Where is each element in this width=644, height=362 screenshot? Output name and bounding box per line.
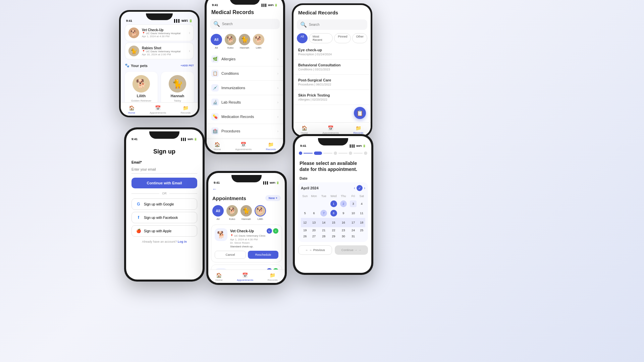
- cat-procedures[interactable]: 🏥 Procedures ›: [207, 124, 283, 138]
- add-pet-link[interactable]: +ADD PET: [180, 64, 194, 67]
- appt-pet-hannah[interactable]: 🐈 Hannah: [240, 205, 252, 221]
- pet-hannah[interactable]: 🐈 Hannah: [239, 34, 250, 49]
- step-4: [349, 152, 352, 155]
- rec-nav-home[interactable]: 🏠 Home: [301, 125, 308, 134]
- cal-prev-btn[interactable]: ‹: [354, 186, 355, 190]
- tab-other[interactable]: Other: [352, 33, 367, 43]
- cal-day-7[interactable]: 7: [319, 208, 329, 218]
- cal-day-6[interactable]: 6: [309, 208, 319, 218]
- cal-day-18[interactable]: 18: [358, 218, 365, 227]
- cal-day-15[interactable]: 15: [329, 218, 338, 227]
- pet-card-lilith[interactable]: 🐕 Lilith Golden Retriever: [125, 72, 158, 106]
- pet-card-hannah[interactable]: 🐈 Hannah Tabby: [161, 72, 194, 106]
- cal-day-8[interactable]: 8: [329, 208, 338, 218]
- cal-day-11[interactable]: 11: [358, 208, 365, 218]
- cat-lab[interactable]: 🔬 Lab Results ›: [207, 95, 283, 110]
- cal-day-5[interactable]: 5: [301, 208, 309, 218]
- record-behavioral[interactable]: Behavioral Consultation Conditions | 03/…: [293, 60, 371, 75]
- pet-lilith[interactable]: 🐕 Lilith: [253, 34, 264, 49]
- record-surgical[interactable]: Post-Surgical Care Procedures | 06/21/20…: [293, 75, 371, 90]
- cal-day-2[interactable]: 2: [338, 199, 348, 208]
- appt-nav-records[interactable]: 📁 Records: [268, 273, 278, 282]
- cal-day-24[interactable]: 24: [348, 227, 358, 233]
- immunizations-chevron: ›: [277, 86, 278, 90]
- login-link[interactable]: Log in: [178, 240, 187, 243]
- new-btn[interactable]: New +: [265, 195, 281, 201]
- cat-medication[interactable]: 💊 Medication Records ›: [207, 110, 283, 124]
- med-nav-appts[interactable]: 📅 Appointments: [235, 142, 252, 151]
- medical-search[interactable]: 🔍: [210, 19, 280, 29]
- pet-koko[interactable]: 🐕 Koko: [225, 34, 236, 49]
- cancel-btn-1[interactable]: Cancel: [215, 251, 246, 259]
- med-nav-records[interactable]: 📁 Records: [266, 142, 276, 151]
- continue-btn[interactable]: Continue → →: [335, 245, 368, 255]
- google-btn[interactable]: G Sign up with Google: [131, 198, 197, 210]
- appt-nav-appts[interactable]: 📅 Appointments: [237, 273, 253, 282]
- nav-appts[interactable]: 📅 Appointments: [150, 105, 166, 114]
- cal-check-icon: ✓: [358, 186, 361, 190]
- rec-nav-records[interactable]: 📁 Records: [354, 125, 364, 134]
- appt-pet-koko[interactable]: 🐕 Koko: [226, 205, 238, 221]
- pets-title: 🐾 Your pets: [125, 63, 148, 68]
- records-search-input[interactable]: [309, 23, 364, 26]
- cal-day-29[interactable]: 29: [329, 233, 338, 239]
- fab-button[interactable]: 📋: [354, 107, 366, 119]
- cal-day-21[interactable]: 21: [319, 227, 329, 233]
- reschedule-btn-1[interactable]: Reschedule: [248, 251, 278, 259]
- prev-btn[interactable]: ← ← Previous: [298, 245, 332, 255]
- pet-all[interactable]: All All: [211, 34, 222, 49]
- cal-day-13[interactable]: 13: [309, 218, 319, 227]
- appts-time: 9:41: [214, 181, 220, 184]
- cal-day-17[interactable]: 17: [348, 218, 358, 227]
- cal-day-27[interactable]: 27: [309, 233, 319, 239]
- cal-day-14[interactable]: 14: [319, 218, 329, 227]
- cal-day-12[interactable]: 12: [301, 218, 309, 227]
- appt-nav-home[interactable]: 🏠 Home: [215, 273, 222, 282]
- cal-day-25[interactable]: 25: [358, 227, 365, 233]
- nav-home[interactable]: 🏠 Home: [128, 105, 135, 114]
- apple-btn[interactable]: 🍎 Sign up with Apple: [131, 225, 197, 237]
- appt-pet-all[interactable]: All All: [212, 205, 224, 221]
- cal-day-31[interactable]: 31: [348, 233, 358, 239]
- cal-day-1[interactable]: 1: [329, 199, 338, 208]
- email-input[interactable]: [131, 166, 197, 174]
- cal-day-9[interactable]: 9: [338, 208, 348, 218]
- cat-conditions[interactable]: 📋 Conditions ›: [207, 66, 283, 81]
- cal-month: April 2024: [301, 186, 319, 190]
- cal-next-btn[interactable]: ›: [364, 186, 365, 190]
- cal-day-28[interactable]: 28: [319, 233, 329, 239]
- appt-card-1-note: Standard check-up.: [230, 245, 278, 248]
- record-eye[interactable]: Eye check-up Prescription | 01/24/2024: [293, 45, 371, 60]
- or-line-left: [131, 193, 159, 194]
- continue-email-btn[interactable]: Continue with Email: [131, 178, 197, 188]
- med-nav-home[interactable]: 🏠 Home: [214, 142, 221, 151]
- back-icon[interactable]: ←: [212, 186, 217, 192]
- cal-day-20[interactable]: 20: [309, 227, 319, 233]
- appt-row-2[interactable]: 🐈 Rabies Shot 📍UC Davis Veterinary Hospi…: [125, 43, 194, 59]
- cal-day-23[interactable]: 23: [338, 227, 348, 233]
- records-search[interactable]: 🔍: [297, 19, 367, 30]
- fab-icon: 📋: [357, 110, 363, 116]
- cat-allergies[interactable]: 🌿 Allergies ›: [207, 52, 283, 66]
- cal-day-4[interactable]: 4: [358, 199, 365, 208]
- cal-day-22[interactable]: 22: [329, 227, 338, 233]
- tab-pinned[interactable]: Pinned: [334, 33, 351, 43]
- cal-day-26[interactable]: 26: [301, 233, 309, 239]
- facebook-btn[interactable]: f Sign up with Facebook: [131, 212, 197, 223]
- nav-records[interactable]: 📁 Records: [181, 105, 191, 114]
- cal-day-16[interactable]: 16: [338, 218, 348, 227]
- rec-nav-appts[interactable]: 📅 Appointments: [322, 125, 339, 134]
- record-skin[interactable]: Skin Prick Testing Allergies | 02/20/202…: [293, 90, 371, 105]
- cal-day-30[interactable]: 30: [338, 233, 348, 239]
- tab-recent[interactable]: Most Recent: [309, 33, 333, 43]
- appt-row-1[interactable]: 🐕 Vet Check-Up 📍UC Davis Veterinary Hosp…: [125, 24, 194, 41]
- conditions-label: Conditions: [221, 71, 239, 75]
- cal-day-19[interactable]: 19: [301, 227, 309, 233]
- cal-day-3[interactable]: 3: [348, 199, 358, 208]
- medical-search-input[interactable]: [222, 22, 276, 26]
- appt-pet-lilith[interactable]: 🐕 Lilith: [255, 205, 266, 221]
- cal-month-row: April 2024 ‹ ✓ ›: [301, 185, 365, 191]
- tab-all[interactable]: All: [297, 33, 308, 43]
- cat-immunizations[interactable]: 💉 Immunizations ›: [207, 81, 283, 95]
- cal-day-10[interactable]: 10: [348, 208, 358, 218]
